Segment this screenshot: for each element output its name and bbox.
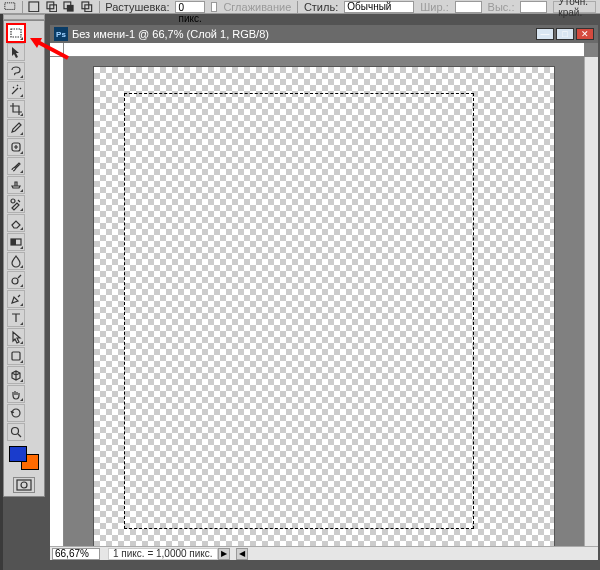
- divider: [22, 1, 23, 13]
- svg-point-10: [11, 199, 15, 203]
- tool-dodge[interactable]: [7, 271, 25, 289]
- tool-type[interactable]: [7, 309, 25, 327]
- app-icon: Ps: [54, 27, 68, 41]
- scrollbar-vertical[interactable]: [584, 57, 598, 546]
- scroll-left-icon[interactable]: ◀: [236, 548, 248, 560]
- ruler-vertical[interactable]: [50, 57, 64, 546]
- feather-input[interactable]: 0 пикс.: [175, 1, 204, 13]
- status-info[interactable]: 1 пикс. = 1,0000 пикс.: [108, 548, 218, 560]
- tool-crop[interactable]: [7, 100, 25, 118]
- feather-label: Растушевка:: [105, 1, 169, 13]
- status-bar: 66,67% 1 пикс. = 1,0000 пикс. ▶ ◀: [50, 546, 598, 560]
- tool-3d[interactable]: [7, 366, 25, 384]
- tool-blur[interactable]: [7, 252, 25, 270]
- height-input: [520, 1, 547, 13]
- style-label: Стиль:: [304, 1, 338, 13]
- svg-point-15: [12, 428, 19, 435]
- ruler-origin[interactable]: [50, 43, 64, 57]
- zoom-field[interactable]: 66,67%: [52, 548, 100, 560]
- foreground-color-swatch[interactable]: [9, 446, 27, 462]
- tool-hand[interactable]: [7, 385, 25, 403]
- svg-rect-5: [67, 5, 74, 12]
- document-title: Без имени-1 @ 66,7% (Слой 1, RGB/8): [72, 28, 536, 40]
- tool-move[interactable]: [7, 43, 25, 61]
- close-button[interactable]: ✕: [576, 28, 594, 40]
- svg-rect-14: [12, 352, 20, 360]
- svg-rect-12: [11, 239, 16, 245]
- document-titlebar[interactable]: Ps Без имени-1 @ 66,7% (Слой 1, RGB/8) —…: [50, 25, 598, 43]
- tool-marquee-rect[interactable]: [7, 24, 25, 42]
- minimize-button[interactable]: —: [536, 28, 554, 40]
- canvas-viewport[interactable]: [64, 57, 584, 546]
- marquee-selection[interactable]: [124, 93, 474, 529]
- divider: [99, 1, 100, 13]
- refine-edge-button[interactable]: Уточн. край.: [553, 1, 596, 13]
- svg-rect-8: [11, 29, 21, 37]
- tool-clone-stamp[interactable]: [7, 176, 25, 194]
- selection-subtract-icon[interactable]: [63, 1, 75, 13]
- color-swatches[interactable]: [7, 446, 41, 472]
- tools-panel: [3, 20, 45, 497]
- tool-eraser[interactable]: [7, 214, 25, 232]
- status-flyout-icon[interactable]: ▶: [218, 548, 230, 560]
- svg-point-13: [12, 278, 18, 284]
- options-bar: Растушевка: 0 пикс. Сглаживание Стиль: О…: [0, 0, 600, 14]
- selection-intersect-icon[interactable]: [81, 1, 93, 13]
- tool-zoom[interactable]: [7, 423, 25, 441]
- tool-brush[interactable]: [7, 157, 25, 175]
- tool-shapes[interactable]: [7, 347, 25, 365]
- selection-new-icon[interactable]: [28, 1, 40, 13]
- tool-rotate-view[interactable]: [7, 404, 25, 422]
- window-controls: — □ ✕: [536, 28, 594, 40]
- document-window: 66,67% 1 пикс. = 1,0000 пикс. ▶ ◀: [50, 43, 598, 560]
- svg-rect-0: [5, 3, 15, 10]
- height-label: Выс.:: [488, 1, 515, 13]
- svg-rect-1: [29, 2, 39, 12]
- tool-history-brush[interactable]: [7, 195, 25, 213]
- width-label: Шир.:: [420, 1, 448, 13]
- width-input: [455, 1, 482, 13]
- tool-healing-brush[interactable]: [7, 138, 25, 156]
- canvas-artboard[interactable]: [94, 67, 554, 546]
- marquee-preset-icon[interactable]: [4, 1, 16, 13]
- style-select[interactable]: Обычный: [344, 1, 414, 13]
- tool-path-select[interactable]: [7, 328, 25, 346]
- tool-magic-wand[interactable]: [7, 81, 25, 99]
- quick-mask-toggle[interactable]: [13, 477, 35, 493]
- antialias-label: Сглаживание: [223, 1, 291, 13]
- tool-gradient[interactable]: [7, 233, 25, 251]
- maximize-button[interactable]: □: [556, 28, 574, 40]
- tool-pen[interactable]: [7, 290, 25, 308]
- svg-point-17: [21, 482, 27, 488]
- ruler-horizontal[interactable]: [64, 43, 584, 57]
- scrollbar-horizontal[interactable]: ◀: [236, 548, 598, 560]
- divider: [297, 1, 298, 13]
- tool-lasso[interactable]: [7, 62, 25, 80]
- antialias-checkbox: [211, 2, 218, 12]
- tool-eyedropper[interactable]: [7, 119, 25, 137]
- selection-add-icon[interactable]: [46, 1, 58, 13]
